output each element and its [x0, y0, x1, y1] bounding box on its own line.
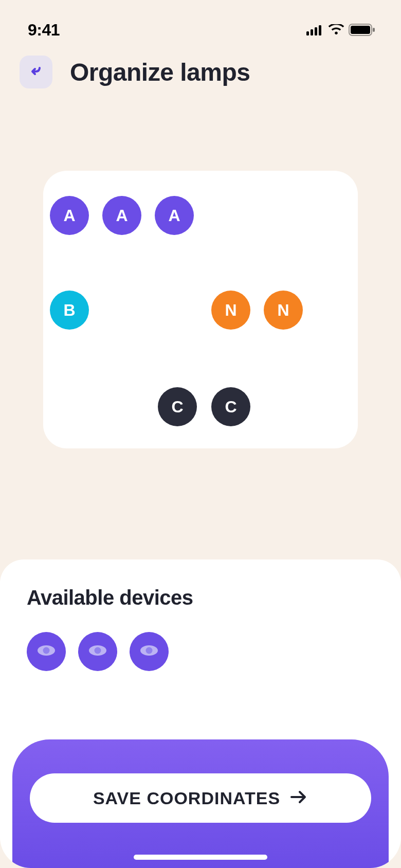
lamp-canvas[interactable]: A A A B N N C C — [43, 171, 358, 448]
back-button[interactable] — [20, 56, 52, 88]
lamp-chip-label: C — [225, 397, 236, 417]
battery-icon — [349, 24, 375, 36]
lamp-chip-label: B — [63, 301, 75, 320]
status-time: 9:41 — [28, 21, 60, 40]
svg-point-8 — [43, 647, 50, 654]
footer-action-bar: SAVE COORDINATES — [12, 739, 389, 868]
lamp-chip[interactable]: N — [264, 291, 303, 330]
status-bar: 9:41 — [0, 0, 401, 45]
available-device[interactable] — [130, 632, 169, 671]
eye-icon — [35, 639, 58, 664]
lamp-chip-label: A — [168, 206, 180, 225]
lamp-chip[interactable]: C — [211, 387, 250, 426]
lamp-chip-label: A — [116, 206, 127, 225]
lamp-chip[interactable]: A — [155, 196, 194, 235]
svg-rect-0 — [306, 31, 309, 35]
svg-point-12 — [146, 647, 153, 654]
svg-rect-2 — [315, 27, 317, 35]
status-icons — [306, 24, 375, 36]
svg-rect-1 — [311, 29, 313, 35]
lamp-chip-label: N — [225, 301, 236, 320]
available-devices-row — [27, 632, 374, 671]
svg-point-10 — [95, 647, 101, 654]
eye-icon — [86, 639, 109, 664]
available-device[interactable] — [78, 632, 117, 671]
lamp-chip[interactable]: A — [50, 196, 89, 235]
lamp-chip-label: C — [171, 397, 183, 417]
available-devices-title: Available devices — [27, 586, 374, 609]
lamp-chip[interactable]: A — [102, 196, 141, 235]
lamp-chip-label: A — [63, 206, 75, 225]
lamp-chip-label: N — [277, 301, 289, 320]
svg-rect-6 — [373, 28, 375, 32]
save-coordinates-button[interactable]: SAVE COORDINATES — [30, 773, 371, 823]
arrow-right-icon — [289, 790, 308, 806]
wifi-icon — [328, 24, 344, 35]
save-button-label: SAVE COORDINATES — [93, 788, 280, 808]
back-arrow-icon — [28, 63, 44, 81]
header: Organize lamps — [0, 45, 401, 88]
home-indicator[interactable] — [134, 855, 267, 860]
svg-rect-3 — [319, 25, 321, 35]
lamp-chip[interactable]: B — [50, 291, 89, 330]
lamp-chip[interactable]: C — [158, 387, 197, 426]
available-device[interactable] — [27, 632, 66, 671]
cellular-icon — [306, 24, 324, 35]
eye-icon — [138, 639, 160, 664]
lamp-chip[interactable]: N — [211, 291, 250, 330]
page-title: Organize lamps — [70, 58, 250, 86]
svg-rect-5 — [351, 26, 370, 34]
